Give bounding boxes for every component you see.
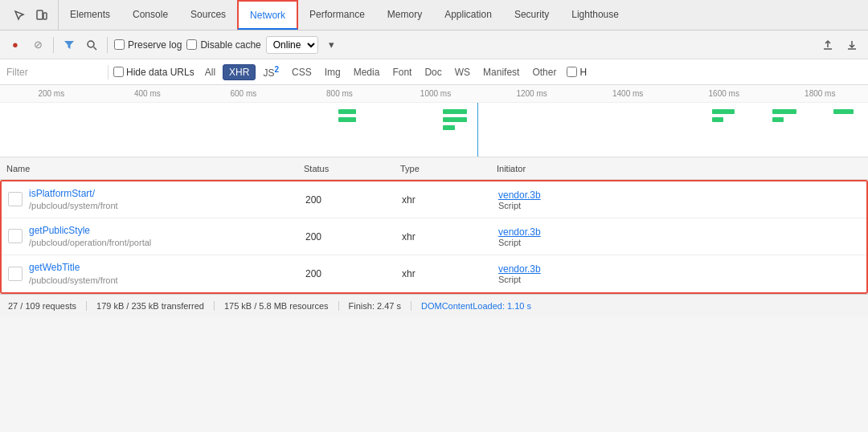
tab-application[interactable]: Application [433,0,503,30]
table-rows-container: 3 isPlatformStart/ /pubcloud/system/fron… [0,180,868,294]
table-row[interactable]: getWebTitle /pubcloud/system/front 200 x… [2,255,866,292]
tab-lighthouse[interactable]: Lighthouse [560,0,630,30]
tab-elements[interactable]: Elements [59,0,121,30]
timeline-area: 200 ms 400 ms 600 ms 800 ms 1000 ms 1200… [0,85,868,157]
initiator-sub-2: Script [498,238,860,247]
timeline-ruler: 200 ms 400 ms 600 ms 800 ms 1000 ms 1200… [0,85,868,103]
js-badge: 2 [274,65,279,74]
table-header: Name Status Type Initiator [0,157,868,180]
hide-data-urls-checkbox[interactable]: Hide data URLs [113,67,194,78]
preserve-log-checkbox[interactable]: Preserve log [114,39,182,51]
row-path-3: /pubcloud/system/front [29,275,118,286]
svg-line-3 [94,47,97,50]
col-header-type: Type [394,164,490,173]
status-dom-content-loaded[interactable]: DOMContentLoaded: 1.10 s [411,301,541,311]
stop-button[interactable]: ⊘ [29,36,47,54]
tick-1000: 1000 ms [387,89,484,98]
filter-type-doc[interactable]: Doc [419,65,447,79]
filter-type-css[interactable]: CSS [286,65,317,79]
tick-1200: 1200 ms [484,89,580,98]
toolbar-divider-1 [53,37,54,53]
throttle-select[interactable]: Online [266,36,318,54]
td-initiator-3: vendor.3b Script [492,263,866,284]
status-finish: Finish: 2.47 s [339,301,411,311]
row-name-group-2: getPublicStyle /pubcloud/operation/front… [29,225,151,249]
tab-memory[interactable]: Memory [376,0,433,30]
filter-icon[interactable] [60,36,78,54]
row-name-group-1: isPlatformStart/ /pubcloud/system/front [29,188,118,212]
td-name-1: isPlatformStart/ /pubcloud/system/front [2,188,299,212]
tab-console[interactable]: Console [121,0,179,30]
row-icon-2 [8,229,23,243]
filter-row: Hide data URLs All XHR JS2 CSS Img Media… [0,59,868,85]
filter-h-checkbox[interactable] [567,67,577,77]
td-initiator-2: vendor.3b Script [492,226,866,247]
status-resources: 175 kB / 5.8 MB resources [215,301,339,311]
timeline-bar-3 [443,109,467,114]
filter-type-img[interactable]: Img [319,65,346,79]
tab-security[interactable]: Security [503,0,560,30]
timeline-bar-4 [443,117,467,122]
td-status-1: 200 [299,194,395,206]
disable-cache-checkbox[interactable]: Disable cache [186,39,260,51]
tick-800: 800 ms [292,89,388,98]
td-initiator-1: vendor.3b Script [492,190,866,210]
timeline-bar-2 [338,117,356,122]
tab-sources[interactable]: Sources [179,0,237,30]
filter-type-font[interactable]: Font [387,65,417,79]
tab-bar: Elements Console Sources Network Perform… [0,0,868,31]
upload-button[interactable] [818,35,837,55]
download-button[interactable] [842,35,862,55]
inspect-icon[interactable] [10,6,29,25]
col-header-initiator: Initiator [490,164,868,173]
svg-rect-0 [37,10,43,19]
table-row[interactable]: getPublicStyle /pubcloud/operation/front… [2,218,866,255]
td-status-3: 200 [299,268,395,279]
td-type-1: xhr [395,194,492,206]
search-icon[interactable] [83,36,100,54]
initiator-sub-1: Script [498,201,860,210]
status-transferred: 179 kB / 235 kB transferred [87,301,215,311]
initiator-link-3[interactable]: vendor.3b [498,263,860,275]
tick-1800: 1800 ms [772,89,869,98]
svg-point-2 [88,41,94,47]
disable-cache-label: Disable cache [200,39,260,51]
filter-type-media[interactable]: Media [348,65,386,79]
initiator-link-1[interactable]: vendor.3b [498,190,860,201]
tick-600: 600 ms [195,89,292,98]
row-name-1: isPlatformStart/ [29,188,118,201]
tab-list: Elements Console Sources Network Perform… [59,0,865,30]
filter-type-ws[interactable]: WS [449,65,476,79]
filter-h-label: H [579,67,587,78]
table-row[interactable]: isPlatformStart/ /pubcloud/system/front … [2,181,866,218]
filter-type-js[interactable]: JS2 [257,63,285,80]
timeline-bar-10 [833,109,854,114]
device-mode-icon[interactable] [32,6,51,25]
filter-type-other[interactable]: Other [526,65,562,79]
status-bar: 27 / 109 requests 179 kB / 235 kB transf… [0,294,868,316]
td-status-2: 200 [299,231,395,242]
timeline-bar-9 [772,117,784,122]
col-header-name: Name [0,164,297,173]
filter-type-manifest[interactable]: Manifest [477,65,525,79]
timeline-bars [0,103,868,157]
td-type-2: xhr [395,231,492,242]
td-name-2: getPublicStyle /pubcloud/operation/front… [2,225,299,249]
filter-divider [108,65,108,79]
timeline-bar-5 [443,125,455,130]
tab-performance[interactable]: Performance [298,0,376,30]
tab-network[interactable]: Network [237,0,298,30]
record-button[interactable]: ● [6,36,24,54]
tick-1600: 1600 ms [676,89,772,98]
td-type-3: xhr [395,268,492,279]
timeline-vline [477,103,478,157]
td-name-3: getWebTitle /pubcloud/system/front [2,262,299,286]
filter-type-all[interactable]: All [199,65,221,79]
throttle-dropdown-icon[interactable]: ▾ [323,36,341,54]
table-wrapper: Name Status Type Initiator 3 isPlatformS… [0,157,868,294]
initiator-link-2[interactable]: vendor.3b [498,226,860,238]
col-header-status: Status [297,164,394,173]
filter-input[interactable] [6,67,103,78]
row-name-2: getPublicStyle [29,225,151,238]
filter-type-xhr[interactable]: XHR [223,64,256,80]
